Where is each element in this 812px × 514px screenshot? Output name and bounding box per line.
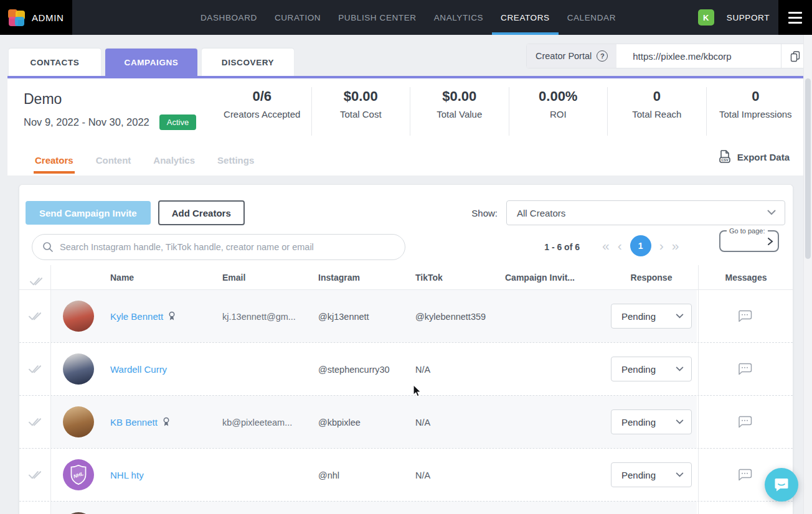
response-select[interactable]: Pending xyxy=(611,462,692,487)
response-select[interactable]: Pending xyxy=(611,357,692,381)
avatar[interactable] xyxy=(63,301,94,332)
csv-file-icon: CSV xyxy=(718,149,732,164)
row-main: Wardell Curry @stephencurry30 N/A Pendin… xyxy=(50,343,697,395)
nav-item-publish-center[interactable]: PUBLISH CENTER xyxy=(329,0,425,35)
row-checkmark[interactable] xyxy=(19,449,50,501)
search-input[interactable] xyxy=(60,242,395,252)
brand-label: ADMIN xyxy=(32,12,64,23)
nav-item-analytics[interactable]: ANALYTICS xyxy=(425,0,492,35)
row-checkmark[interactable] xyxy=(19,396,50,448)
creator-badge-icon xyxy=(162,417,171,428)
support-link[interactable]: SUPPORT xyxy=(727,13,770,22)
double-check-icon xyxy=(28,363,42,375)
search-box xyxy=(32,234,405,260)
table-row: Kyle Bennett kj.13ennett@gm... @kj13enne… xyxy=(19,290,793,343)
chevron-down-icon xyxy=(676,314,684,319)
response-select[interactable]: Pending xyxy=(611,409,692,434)
campaign-name: Demo xyxy=(24,91,196,108)
nav-item-calendar[interactable]: CALENDAR xyxy=(559,0,625,35)
response-select[interactable]: Pending xyxy=(611,304,692,329)
export-data-label: Export Data xyxy=(737,152,790,162)
user-avatar-badge[interactable]: K xyxy=(698,9,714,26)
creator-name-link[interactable]: Kyle Bennett xyxy=(110,311,163,322)
tab-contacts[interactable]: CONTACTS xyxy=(9,49,101,76)
table-row xyxy=(19,502,793,514)
tab-discovery[interactable]: DISCOVERY xyxy=(202,49,294,76)
header-name[interactable]: Name xyxy=(110,265,134,290)
subtab-content[interactable]: Content xyxy=(96,155,131,166)
scrollbar[interactable] xyxy=(803,35,812,514)
row-checkmark[interactable] xyxy=(19,343,50,395)
avatar[interactable]: NHL xyxy=(63,459,94,490)
creator-name-link[interactable]: NHL hty xyxy=(110,470,144,480)
creator-tiktok: @kylebennett359 xyxy=(415,290,486,343)
message-creator-button[interactable] xyxy=(737,309,752,323)
messages-cell xyxy=(697,343,793,395)
chevron-down-icon xyxy=(767,210,776,215)
current-page-button[interactable]: 1 xyxy=(630,235,651,256)
creator-name-link[interactable]: KB Bennett xyxy=(110,417,158,428)
table-header: Name Email Instagram TikTok Campaign Inv… xyxy=(19,265,793,290)
avatar[interactable] xyxy=(63,353,94,385)
creator-email: kj.13ennett@gm... xyxy=(222,290,296,343)
header-campaign-invite[interactable]: Campaign Invit... xyxy=(505,265,575,290)
subtab-settings[interactable]: Settings xyxy=(217,155,254,166)
table-row: KB Bennett kb@pixleeteam... @kbpixlee N/… xyxy=(19,396,793,449)
campaign-header: Demo Nov 9, 2022 - Nov 30, 2022 Active 0… xyxy=(7,78,805,175)
nav-item-dashboard[interactable]: DASHBOARD xyxy=(192,0,266,35)
row-main: Kyle Bennett kj.13ennett@gm... @kj13enne… xyxy=(50,290,697,342)
tab-campaigns[interactable]: CAMPAIGNS xyxy=(105,49,197,76)
hamburger-menu-icon[interactable] xyxy=(778,0,812,35)
avatar[interactable] xyxy=(63,406,94,437)
header-tiktok[interactable]: TikTok xyxy=(415,265,443,290)
add-creators-button[interactable]: Add Creators xyxy=(158,200,245,225)
header-response[interactable]: Response xyxy=(605,265,698,290)
prev-page-button[interactable]: ‹ xyxy=(618,235,622,256)
first-page-button[interactable]: « xyxy=(602,235,610,256)
last-page-button[interactable]: » xyxy=(672,235,679,256)
stat-total-cost: $0.00 Total Cost xyxy=(311,87,410,136)
message-creator-button[interactable] xyxy=(737,468,752,482)
header-email[interactable]: Email xyxy=(222,265,245,290)
row-main: NHL NHL hty @nhl N/A Pending xyxy=(50,449,697,501)
row-main xyxy=(50,502,697,514)
campaign-info: Demo Nov 9, 2022 - Nov 30, 2022 Active xyxy=(24,91,196,130)
creator-portal-url[interactable]: https://pixlee.me/kbcorp xyxy=(616,44,781,68)
response-value: Pending xyxy=(621,364,656,375)
creator-portal-widget: Creator Portal ? https://pixlee.me/kbcor… xyxy=(526,44,809,68)
row-checkmark[interactable] xyxy=(19,290,50,342)
creator-name-link[interactable]: Wardell Curry xyxy=(110,364,167,375)
nav-menu-items: DASHBOARD CURATION PUBLISH CENTER ANALYT… xyxy=(192,0,625,35)
go-to-page-submit[interactable] xyxy=(767,237,774,246)
nav-item-curation[interactable]: CURATION xyxy=(266,0,329,35)
header-instagram[interactable]: Instagram xyxy=(318,265,360,290)
nav-item-creators[interactable]: CREATORS xyxy=(492,0,559,35)
subtab-creators[interactable]: Creators xyxy=(35,155,73,166)
stat-creators-accepted: 0/6 Creators Accepted xyxy=(213,87,311,136)
message-creator-button[interactable] xyxy=(737,362,752,376)
double-check-icon xyxy=(28,311,42,322)
next-page-button[interactable]: › xyxy=(659,235,664,256)
subtab-analytics[interactable]: Analytics xyxy=(153,155,195,166)
row-checkmark[interactable] xyxy=(19,502,50,514)
creator-badge-icon xyxy=(168,311,176,322)
creator-portal-label: Creator Portal xyxy=(536,51,592,61)
help-icon[interactable]: ? xyxy=(597,50,608,62)
message-creator-button[interactable] xyxy=(737,415,752,429)
messages-column-divider xyxy=(698,265,699,514)
checkbox-column-divider xyxy=(50,265,51,514)
section-tabs: CONTACTS CAMPAIGNS DISCOVERY xyxy=(9,49,298,76)
go-to-page-input[interactable] xyxy=(724,237,759,246)
go-to-page-label: Go to page: xyxy=(727,227,768,235)
export-data-button[interactable]: CSV Export Data xyxy=(718,149,790,164)
creator-instagram: @kbpixlee xyxy=(318,396,361,449)
table-row: NHL NHL hty @nhl N/A Pending xyxy=(19,449,793,502)
header-messages[interactable]: Messages xyxy=(698,265,793,290)
scrollbar-thumb[interactable] xyxy=(805,78,811,259)
creator-instagram: @stephencurry30 xyxy=(318,343,390,396)
intercom-launcher[interactable] xyxy=(765,468,798,502)
app-logo[interactable]: ADMIN xyxy=(0,0,72,35)
send-campaign-invite-button[interactable]: Send Campaign Invite xyxy=(26,201,151,225)
creator-instagram: @nhl xyxy=(318,449,339,502)
show-filter-select[interactable]: All Creators xyxy=(506,200,785,225)
